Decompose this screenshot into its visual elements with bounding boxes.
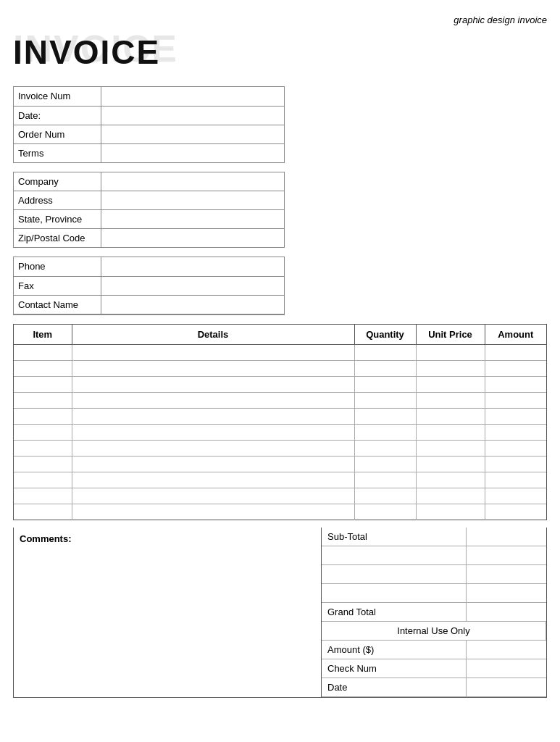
company-label: Company bbox=[14, 172, 101, 191]
subtotal-label: Sub-Total bbox=[322, 528, 467, 546]
phone-value[interactable] bbox=[101, 257, 284, 276]
phone-label: Phone bbox=[14, 257, 101, 276]
state-province-row: State, Province bbox=[14, 210, 284, 229]
order-num-value[interactable] bbox=[101, 125, 284, 143]
amount-value[interactable] bbox=[467, 641, 546, 659]
check-num-row: Check Num bbox=[322, 659, 546, 678]
address-value[interactable] bbox=[101, 191, 284, 210]
date-label: Date: bbox=[14, 106, 101, 125]
table-header-row: Item Details Quantity Unit Price Amount bbox=[14, 325, 546, 345]
fax-value[interactable] bbox=[101, 276, 284, 295]
grand-total-row: Grand Total bbox=[322, 603, 546, 622]
table-row bbox=[14, 488, 546, 504]
company-row: Company bbox=[14, 172, 284, 191]
table-row bbox=[14, 344, 546, 360]
table-row bbox=[14, 472, 546, 488]
amount-label: Amount ($) bbox=[322, 641, 467, 659]
col-header-unit-price: Unit Price bbox=[416, 325, 485, 345]
table-row-last bbox=[14, 504, 546, 520]
state-province-value[interactable] bbox=[101, 210, 284, 229]
invoice-num-label: Invoice Num bbox=[14, 87, 101, 106]
invoice-num-value[interactable] bbox=[101, 87, 284, 106]
grand-total-value[interactable] bbox=[467, 603, 546, 622]
invoice-num-row: Invoice Num bbox=[14, 87, 284, 106]
blank-row-3 bbox=[322, 584, 546, 603]
table-row bbox=[14, 392, 546, 408]
table-row bbox=[14, 408, 546, 424]
col-header-quantity: Quantity bbox=[354, 325, 416, 345]
contact-name-row: Contact Name bbox=[14, 295, 284, 314]
internal-use-header-row: Internal Use Only bbox=[322, 622, 546, 641]
col-header-item: Item bbox=[14, 325, 72, 345]
contact-name-value[interactable] bbox=[101, 295, 284, 314]
col-header-amount: Amount bbox=[485, 325, 546, 345]
phone-row: Phone bbox=[14, 257, 284, 276]
comments-label: Comments: bbox=[20, 533, 315, 544]
order-num-row: Order Num bbox=[14, 125, 284, 143]
zip-value[interactable] bbox=[101, 229, 284, 248]
blank-row-1 bbox=[322, 546, 546, 565]
blank-row-2 bbox=[322, 565, 546, 584]
contact-info-section: Phone Fax Contact Name bbox=[13, 257, 285, 315]
table-row bbox=[14, 440, 546, 456]
bottom-section: Comments: Sub-Total Grand Total bbox=[13, 528, 547, 699]
zip-label: Zip/Postal Code bbox=[14, 229, 101, 248]
state-province-label: State, Province bbox=[14, 210, 101, 229]
zip-row: Zip/Postal Code bbox=[14, 229, 284, 248]
address-label: Address bbox=[14, 191, 101, 210]
order-num-label: Order Num bbox=[14, 125, 101, 143]
invoice-main-title: INVOICE bbox=[13, 36, 160, 69]
header-top: graphic design invoice bbox=[13, 14, 547, 25]
internal-date-row: Date bbox=[322, 678, 546, 697]
col-header-details: Details bbox=[72, 325, 354, 345]
internal-date-label: Date bbox=[322, 678, 467, 697]
date-value[interactable] bbox=[101, 106, 284, 125]
terms-value[interactable] bbox=[101, 143, 284, 162]
table-row bbox=[14, 376, 546, 392]
table-row bbox=[14, 456, 546, 472]
subtitle: graphic design invoice bbox=[454, 14, 547, 25]
address-row: Address bbox=[14, 191, 284, 210]
totals-table: Sub-Total Grand Total Internal Use Only bbox=[322, 528, 546, 698]
invoice-title-wrap: INVOICE INVOICE bbox=[13, 30, 547, 73]
grand-total-label: Grand Total bbox=[322, 603, 467, 622]
subtotal-row: Sub-Total bbox=[322, 528, 546, 546]
table-row bbox=[14, 424, 546, 440]
company-value[interactable] bbox=[101, 172, 284, 191]
internal-date-value[interactable] bbox=[467, 678, 546, 697]
invoice-info-section: Invoice Num Date: Order Num Terms bbox=[13, 86, 285, 163]
terms-row: Terms bbox=[14, 143, 284, 162]
contact-name-label: Contact Name bbox=[14, 295, 101, 314]
check-num-value[interactable] bbox=[467, 659, 546, 678]
company-info-section: Company Address State, Province Zip/Post… bbox=[13, 172, 285, 249]
totals-area: Sub-Total Grand Total Internal Use Only bbox=[322, 528, 546, 698]
comments-area: Comments: bbox=[14, 528, 322, 698]
items-section: Item Details Quantity Unit Price Amount bbox=[13, 324, 547, 520]
amount-row: Amount ($) bbox=[322, 641, 546, 659]
subtotal-value[interactable] bbox=[467, 528, 546, 546]
fax-label: Fax bbox=[14, 276, 101, 295]
fax-row: Fax bbox=[14, 276, 284, 295]
table-row bbox=[14, 360, 546, 376]
check-num-label: Check Num bbox=[322, 659, 467, 678]
internal-use-header: Internal Use Only bbox=[322, 622, 546, 641]
terms-label: Terms bbox=[14, 143, 101, 162]
date-row: Date: bbox=[14, 106, 284, 125]
